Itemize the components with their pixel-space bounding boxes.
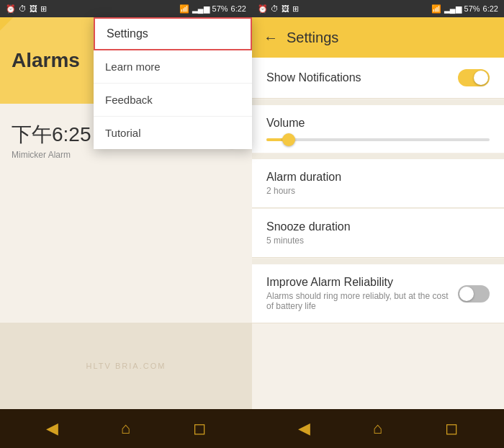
- watermark-text: HLTV BRIA.COM: [86, 362, 166, 370]
- settings-title: Settings: [287, 30, 338, 46]
- settings-header: ← Settings: [252, 17, 504, 58]
- right-image-icon: 🖼: [282, 4, 289, 13]
- volume-label: Volume: [266, 117, 490, 130]
- wifi-icon: 📶: [179, 4, 189, 14]
- status-icons-right: 📶 ▂▄▆ 57% 6:22: [179, 4, 246, 14]
- time-left: 6:22: [231, 4, 246, 13]
- volume-slider-thumb[interactable]: [282, 133, 295, 146]
- right-alarm-icon: ⏰: [258, 4, 268, 14]
- left-bottom-nav: ◀ ⌂ ◻: [0, 409, 252, 448]
- improve-reliability-sub: Alarms should ring more reliably, but at…: [266, 291, 449, 311]
- snooze-duration-text: Snooze duration 5 minutes: [266, 220, 351, 246]
- show-notifications-toggle[interactable]: [458, 69, 490, 86]
- right-status-icons-right: 📶 ▂▄▆ 57% 6:22: [431, 4, 498, 14]
- right-recents-button[interactable]: ◻: [445, 419, 458, 438]
- right-battery: 57%: [464, 4, 480, 13]
- signal-icon: ▂▄▆: [192, 4, 210, 14]
- improve-reliability-item: Improve Alarm Reliability Alarms should …: [252, 264, 504, 323]
- right-wifi-icon: 📶: [431, 4, 441, 14]
- dropdown-settings-header[interactable]: Settings: [94, 17, 252, 50]
- alarm-duration-row: Alarm duration 2 hours: [266, 171, 490, 196]
- status-icons-left: ⏰ ⏱ 🖼 ⊞: [6, 4, 47, 14]
- battery-left: 57%: [212, 4, 228, 13]
- alarm-time-info: 下午6:25 Mimicker Alarm: [12, 121, 91, 160]
- alarm-duration-item[interactable]: Alarm duration 2 hours: [252, 159, 504, 208]
- alarms-title: Alarms: [12, 49, 80, 72]
- image-icon: 🖼: [30, 4, 37, 13]
- right-home-button[interactable]: ⌂: [373, 419, 382, 438]
- right-back-button[interactable]: ◀: [298, 419, 310, 438]
- right-panel: ⏰ ⏱ 🖼 ⊞ 📶 ▂▄▆ 57% 6:22 ← Settings Show N…: [252, 0, 504, 448]
- show-notifications-label: Show Notifications: [266, 71, 361, 84]
- right-signal-icon: ▂▄▆: [444, 4, 462, 14]
- divider-3: [252, 259, 504, 264]
- right-status-icons-left: ⏰ ⏱ 🖼 ⊞: [258, 4, 299, 14]
- show-notifications-row: Show Notifications: [266, 69, 490, 86]
- snooze-duration-item[interactable]: Snooze duration 5 minutes: [252, 209, 504, 258]
- snooze-duration-sub: 5 minutes: [266, 236, 351, 246]
- volume-item: Volume: [252, 105, 504, 153]
- left-status-bar: ⏰ ⏱ 🖼 ⊞ 📶 ▂▄▆ 57% 6:22: [0, 0, 252, 17]
- alarm-name: Mimicker Alarm: [12, 150, 91, 160]
- dropdown-tutorial[interactable]: Tutorial: [94, 117, 252, 149]
- watermark-area: HLTV BRIA.COM: [0, 323, 252, 409]
- divider-2: [252, 153, 504, 159]
- dropdown-feedback[interactable]: Feedback: [94, 84, 252, 117]
- left-recents-button[interactable]: ◻: [193, 419, 206, 438]
- right-time: 6:22: [483, 4, 498, 13]
- grid-icon: ⊞: [40, 4, 47, 14]
- settings-content: Show Notifications Volume Alarm duration…: [252, 58, 504, 409]
- snooze-duration-label: Snooze duration: [266, 220, 351, 233]
- back-button[interactable]: ←: [264, 30, 278, 46]
- right-bottom-nav: ◀ ⌂ ◻: [252, 409, 504, 448]
- alarm-time: 下午6:25: [12, 121, 91, 148]
- snooze-duration-row: Snooze duration 5 minutes: [266, 220, 490, 246]
- clock-icon: ⏱: [19, 4, 27, 13]
- alarm-duration-text: Alarm duration 2 hours: [266, 171, 341, 196]
- divider-1: [252, 99, 504, 105]
- dropdown-menu: Settings Learn more Feedback Tutorial: [94, 17, 252, 149]
- alarm-duration-sub: 2 hours: [266, 186, 341, 196]
- right-clock-icon: ⏱: [271, 4, 279, 13]
- volume-slider-track[interactable]: [266, 138, 490, 141]
- right-status-bar: ⏰ ⏱ 🖼 ⊞ 📶 ▂▄▆ 57% 6:22: [252, 0, 504, 17]
- left-home-button[interactable]: ⌂: [121, 419, 130, 438]
- improve-reliability-label: Improve Alarm Reliability: [266, 276, 449, 289]
- improve-reliability-row: Improve Alarm Reliability Alarms should …: [266, 276, 490, 311]
- left-panel: ⏰ ⏱ 🖼 ⊞ 📶 ▂▄▆ 57% 6:22 Alarms Settings L…: [0, 0, 252, 448]
- show-notifications-item: Show Notifications: [252, 58, 504, 99]
- improve-reliability-text: Improve Alarm Reliability Alarms should …: [266, 276, 458, 311]
- right-grid-icon: ⊞: [292, 4, 299, 14]
- dropdown-learn-more[interactable]: Learn more: [94, 50, 252, 84]
- alarm-icon: ⏰: [6, 4, 16, 14]
- improve-reliability-toggle[interactable]: [458, 285, 490, 303]
- alarm-duration-label: Alarm duration: [266, 171, 341, 184]
- left-back-button[interactable]: ◀: [46, 419, 58, 438]
